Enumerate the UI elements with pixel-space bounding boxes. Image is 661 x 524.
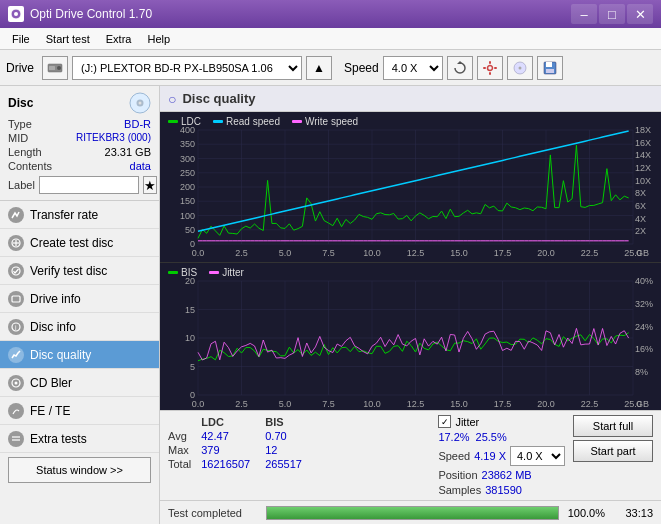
svg-rect-10 bbox=[494, 67, 497, 69]
titlebar-left: Opti Drive Control 1.70 bbox=[8, 6, 152, 22]
max-label: Max bbox=[168, 443, 201, 457]
refresh-button[interactable] bbox=[447, 56, 473, 80]
menu-file[interactable]: File bbox=[4, 31, 38, 47]
label-input[interactable] bbox=[39, 176, 139, 194]
sidebar-item-create-test-disc[interactable]: Create test disc bbox=[0, 229, 159, 257]
drive-icon bbox=[42, 56, 68, 80]
sidebar-item-disc-info[interactable]: i Disc info bbox=[0, 313, 159, 341]
content-area: ○ Disc quality LDC Read speed bbox=[160, 86, 661, 524]
position-row: Position 23862 MB bbox=[438, 469, 565, 481]
avg-ldc: 42.47 bbox=[201, 429, 265, 443]
speed-select[interactable]: 4.0 X 2.0 X 8.0 X bbox=[383, 56, 443, 80]
sidebar-item-extra-tests[interactable]: Extra tests bbox=[0, 425, 159, 453]
write-speed-dot bbox=[292, 120, 302, 123]
settings-button[interactable] bbox=[477, 56, 503, 80]
read-speed-label: Read speed bbox=[226, 116, 280, 127]
eject-button[interactable]: ▲ bbox=[306, 56, 332, 80]
disc-quality-title: Disc quality bbox=[182, 91, 255, 106]
top-chart: LDC Read speed Write speed bbox=[160, 112, 661, 263]
jitter-max: 25.5% bbox=[476, 431, 507, 443]
contents-value: data bbox=[130, 160, 151, 172]
disc-panel: Disc Type BD-R MID RITEKBR3 (000) Length… bbox=[0, 86, 159, 201]
app-title: Opti Drive Control 1.70 bbox=[30, 7, 152, 21]
progress-area: Test completed 100.0% 33:13 bbox=[160, 500, 661, 524]
menu-help[interactable]: Help bbox=[139, 31, 178, 47]
svg-point-18 bbox=[139, 102, 142, 105]
extra-tests-icon bbox=[8, 431, 24, 447]
stat-row-total: Total 16216507 265517 bbox=[168, 457, 315, 471]
fe-te-icon bbox=[8, 403, 24, 419]
legend-bis: BIS bbox=[168, 267, 197, 278]
status-window-button[interactable]: Status window >> bbox=[8, 457, 151, 483]
sidebar-item-transfer-rate[interactable]: Transfer rate bbox=[0, 201, 159, 229]
sidebar-item-verify-test-disc[interactable]: Verify test disc bbox=[0, 257, 159, 285]
avg-bis: 0.70 bbox=[265, 429, 315, 443]
drive-label: Drive bbox=[6, 61, 34, 75]
ldc-label: LDC bbox=[181, 116, 201, 127]
stat-row-max: Max 379 12 bbox=[168, 443, 315, 457]
svg-rect-23 bbox=[12, 296, 20, 302]
svg-rect-4 bbox=[49, 66, 55, 70]
menubar: File Start test Extra Help bbox=[0, 28, 661, 50]
transfer-rate-icon bbox=[8, 207, 24, 223]
legend-ldc: LDC bbox=[168, 116, 201, 127]
stat-row-avg: Avg 42.47 0.70 bbox=[168, 429, 315, 443]
stats-bar: LDC BIS Avg 42.47 0.70 Max 379 12 Tota bbox=[160, 410, 661, 500]
maximize-button[interactable]: □ bbox=[599, 4, 625, 24]
type-value: BD-R bbox=[124, 118, 151, 130]
samples-label: Samples bbox=[438, 484, 481, 496]
toolbar: Drive (J:) PLEXTOR BD-R PX-LB950SA 1.06 … bbox=[0, 50, 661, 86]
speed-stat-value: 4.19 X bbox=[474, 450, 506, 462]
start-part-button[interactable]: Start part bbox=[573, 440, 653, 462]
progress-status: Test completed bbox=[168, 507, 258, 519]
position-value: 23862 MB bbox=[482, 469, 532, 481]
menu-start-test[interactable]: Start test bbox=[38, 31, 98, 47]
samples-value: 381590 bbox=[485, 484, 522, 496]
app-icon bbox=[8, 6, 24, 22]
top-chart-canvas bbox=[160, 112, 661, 262]
svg-point-6 bbox=[487, 65, 492, 70]
disc-icon bbox=[129, 92, 151, 114]
progress-time: 33:13 bbox=[613, 507, 653, 519]
minimize-button[interactable]: – bbox=[571, 4, 597, 24]
titlebar: Opti Drive Control 1.70 – □ ✕ bbox=[0, 0, 661, 28]
bottom-chart: BIS Jitter bbox=[160, 263, 661, 410]
progress-fill bbox=[267, 507, 558, 519]
close-button[interactable]: ✕ bbox=[627, 4, 653, 24]
sidebar-item-cd-bler[interactable]: CD Bler bbox=[0, 369, 159, 397]
jitter-checkbox[interactable]: ✓ bbox=[438, 415, 451, 428]
svg-rect-9 bbox=[483, 67, 486, 69]
stat-header-ldc: LDC bbox=[201, 415, 265, 429]
max-bis: 12 bbox=[265, 443, 315, 457]
save-button[interactable] bbox=[537, 56, 563, 80]
bis-dot bbox=[168, 271, 178, 274]
jitter-row: ✓ Jitter bbox=[438, 415, 565, 428]
verify-test-disc-icon bbox=[8, 263, 24, 279]
start-full-button[interactable]: Start full bbox=[573, 415, 653, 437]
stat-header-bis: BIS bbox=[265, 415, 315, 429]
svg-rect-7 bbox=[489, 61, 491, 64]
contents-label: Contents bbox=[8, 160, 52, 172]
drive-select[interactable]: (J:) PLEXTOR BD-R PX-LB950SA 1.06 bbox=[72, 56, 302, 80]
menu-extra[interactable]: Extra bbox=[98, 31, 140, 47]
speed-stat-select[interactable]: 4.0 X bbox=[510, 446, 565, 466]
legend-read-speed: Read speed bbox=[213, 116, 280, 127]
sidebar: Disc Type BD-R MID RITEKBR3 (000) Length… bbox=[0, 86, 160, 524]
progress-bar bbox=[266, 506, 559, 520]
svg-point-27 bbox=[15, 381, 18, 384]
legend-write-speed: Write speed bbox=[292, 116, 358, 127]
jitter-values: 17.2% 25.5% bbox=[438, 431, 565, 443]
samples-row: Samples 381590 bbox=[438, 484, 565, 496]
disc-button[interactable] bbox=[507, 56, 533, 80]
speed-row: Speed 4.19 X 4.0 X bbox=[438, 446, 565, 466]
start-buttons: Start full Start part bbox=[573, 415, 653, 462]
total-label: Total bbox=[168, 457, 201, 471]
label-button[interactable]: ★ bbox=[143, 176, 157, 194]
bottom-chart-canvas bbox=[160, 263, 661, 410]
ldc-dot bbox=[168, 120, 178, 123]
stats-table: LDC BIS Avg 42.47 0.70 Max 379 12 Tota bbox=[168, 415, 430, 471]
mid-label: MID bbox=[8, 132, 28, 144]
sidebar-item-disc-quality[interactable]: Disc quality bbox=[0, 341, 159, 369]
sidebar-item-drive-info[interactable]: Drive info bbox=[0, 285, 159, 313]
sidebar-item-fe-te[interactable]: FE / TE bbox=[0, 397, 159, 425]
